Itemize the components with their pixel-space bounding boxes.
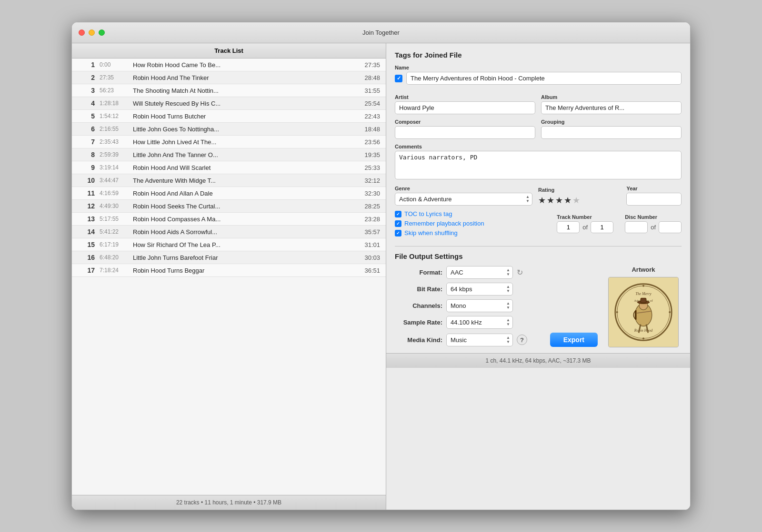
refresh-icon[interactable]: ↻ [517, 268, 523, 277]
toc-label: TOC to Lyrics tag [404, 210, 452, 217]
close-button[interactable] [79, 30, 85, 36]
star-4[interactable]: ★ [564, 195, 572, 206]
track-inputs: of [557, 221, 613, 233]
track-num: 12 [78, 202, 95, 210]
sample-rate-select[interactable]: 44.100 kHz48.000 kHz [446, 316, 513, 329]
track-duration: 30:03 [356, 254, 380, 261]
stars-display[interactable]: ★ ★ ★ ★ ★ [538, 195, 621, 206]
track-duration: 31:55 [356, 87, 380, 94]
toc-checkbox[interactable] [395, 211, 401, 217]
export-button[interactable]: Export [550, 333, 598, 347]
star-5[interactable]: ★ [572, 195, 580, 206]
track-row[interactable]: 9 3:19:14 Robin Hood And Will Scarlet 25… [72, 161, 386, 174]
track-row[interactable]: 2 27:35 Robin Hood And The Tinker 28:48 [72, 71, 386, 84]
comments-input[interactable] [395, 151, 682, 179]
track-row[interactable]: 4 1:28:18 Will Stutely Rescued By His C.… [72, 97, 386, 110]
composer-input[interactable] [395, 126, 535, 139]
genre-label: Genre [395, 186, 532, 191]
track-num: 9 [78, 164, 95, 171]
minimize-button[interactable] [89, 30, 95, 36]
track-row[interactable]: 1 0:00 How Robin Hood Came To Be... 27:3… [72, 59, 386, 71]
track-duration: 28:48 [356, 74, 380, 81]
track-row[interactable]: 17 7:18:24 Robin Hood Turns Beggar 36:51 [72, 264, 386, 277]
track-time: 5:41:22 [100, 228, 133, 235]
track-list-header: Track List [72, 43, 386, 59]
album-input[interactable] [541, 101, 682, 114]
track-name: Robin Hood And The Tinker [133, 74, 356, 81]
star-1[interactable]: ★ [538, 195, 546, 206]
track-name: Robin Hood Aids A Sorrowful... [133, 228, 356, 236]
artist-input[interactable] [395, 101, 535, 114]
rating-col: Rating ★ ★ ★ ★ ★ [538, 187, 621, 206]
track-row[interactable]: 6 2:16:55 Little John Goes To Nottingha.… [72, 123, 386, 136]
media-kind-select-wrapper: MusicAudiobookPodcast ▲▼ [446, 334, 513, 346]
track-row[interactable]: 8 2:59:39 Little John And The Tanner O..… [72, 148, 386, 161]
tags-header: Tags for Joined File [395, 51, 682, 59]
zoom-button[interactable] [99, 30, 105, 36]
track-num: 2 [78, 74, 95, 81]
media-kind-export-row: Media Kind: MusicAudiobookPodcast ▲▼ ? E… [395, 333, 598, 347]
name-checkbox[interactable] [395, 75, 402, 82]
track-row[interactable]: 14 5:41:22 Robin Hood Aids A Sorrowful..… [72, 226, 386, 238]
track-name: Little John Turns Barefoot Friar [133, 254, 356, 261]
track-name: How Robin Hood Came To Be... [133, 61, 356, 69]
format-row: Format: AACMP3AIFFWAV ▲▼ ↻ [395, 266, 598, 279]
format-select-wrapper: AACMP3AIFFWAV ▲▼ [446, 266, 513, 279]
track-row[interactable]: 11 4:16:59 Robin Hood And Allan A Dale 3… [72, 187, 386, 200]
track-num: 3 [78, 87, 95, 94]
track-duration: 25:33 [356, 164, 380, 171]
disc-num-input[interactable] [625, 221, 648, 233]
track-row[interactable]: 16 6:48:20 Little John Turns Barefoot Fr… [72, 251, 386, 264]
track-name: Will Stutely Rescued By His C... [133, 100, 356, 107]
grouping-input[interactable] [541, 126, 682, 139]
star-2[interactable]: ★ [547, 195, 554, 206]
star-3[interactable]: ★ [555, 195, 563, 206]
disc-of-input[interactable] [659, 221, 682, 233]
toc-check-item: TOC to Lyrics tag [395, 210, 484, 217]
track-duration: 22:43 [356, 113, 380, 120]
track-row[interactable]: 5 1:54:12 Robin Hood Turns Butcher 22:43 [72, 110, 386, 123]
channels-select[interactable]: MonoStereo [446, 299, 513, 312]
year-label: Year [626, 186, 682, 191]
artwork-image[interactable]: The Merry Adventures of Robin Hood [608, 277, 679, 347]
track-row[interactable]: 15 6:17:19 How Sir Richard Of The Lea P.… [72, 238, 386, 251]
track-name: Robin Hood And Will Scarlet [133, 164, 356, 171]
track-duration: 32:12 [356, 177, 380, 184]
svg-point-15 [642, 337, 644, 339]
year-input[interactable] [626, 193, 682, 206]
track-duration: 27:35 [356, 61, 380, 69]
track-row[interactable]: 3 56:23 The Shooting Match At Nottin... … [72, 84, 386, 97]
track-duration: 32:30 [356, 190, 380, 197]
format-select[interactable]: AACMP3AIFFWAV [446, 266, 513, 279]
track-num: 15 [78, 241, 95, 248]
track-num: 13 [78, 215, 95, 223]
track-row[interactable]: 10 3:44:47 The Adventure With Midge T...… [72, 174, 386, 187]
track-name: Robin Hood Seeks The Curtal... [133, 203, 356, 210]
track-time: 6:48:20 [100, 254, 133, 261]
track-num: 14 [78, 228, 95, 236]
track-list-body[interactable]: 1 0:00 How Robin Hood Came To Be... 27:3… [72, 59, 386, 495]
comments-section: Comments [395, 144, 682, 181]
track-row[interactable]: 13 5:17:55 Robin Hood Compasses A Ma... … [72, 213, 386, 226]
track-name: The Shooting Match At Nottin... [133, 87, 356, 94]
track-of-input[interactable] [591, 221, 613, 233]
bitrate-select[interactable]: 64 kbps128 kbps192 kbps256 kbps [446, 283, 513, 296]
track-row[interactable]: 12 4:49:30 Robin Hood Seeks The Curtal..… [72, 200, 386, 213]
track-time: 0:00 [100, 61, 133, 68]
track-num-input[interactable] [557, 221, 580, 233]
track-of-label: of [582, 224, 588, 231]
name-row [395, 72, 682, 85]
track-name: How Little John Lived At The... [133, 138, 356, 146]
remember-checkbox[interactable] [395, 220, 401, 227]
track-row[interactable]: 7 2:35:43 How Little John Lived At The..… [72, 136, 386, 148]
help-button[interactable]: ? [517, 335, 527, 345]
checks-trackdisc-row: TOC to Lyrics tag Remember playback posi… [395, 210, 682, 236]
genre-select[interactable]: Action & Adventure [395, 193, 532, 206]
track-time: 2:35:43 [100, 138, 133, 145]
divider [395, 246, 682, 246]
artwork-svg: The Merry Adventures of Robin Hood [609, 277, 678, 347]
skip-checkbox[interactable] [395, 230, 401, 236]
media-kind-select[interactable]: MusicAudiobookPodcast [446, 334, 513, 346]
name-input[interactable] [406, 72, 682, 85]
track-time: 3:44:47 [100, 177, 133, 184]
